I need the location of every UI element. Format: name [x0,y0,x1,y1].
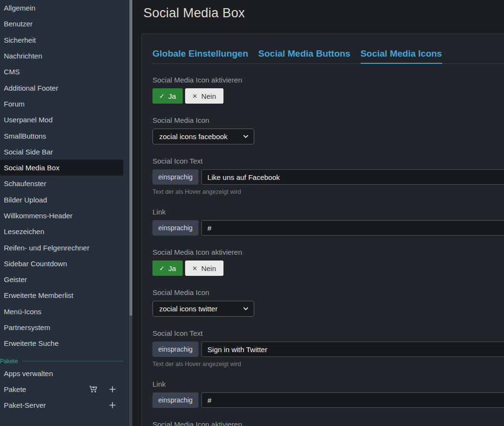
sidebar-item-label: Partnersystem [4,323,50,331]
language-badge[interactable]: einsprachig [152,392,199,408]
field-link-1: Link einsprachig [152,208,504,236]
sidebar-item-actions [89,402,117,409]
field-help-text: Text der als Hover angezeigt wird [152,189,504,195]
sidebar-item[interactable]: Allgemein [0,0,123,16]
link-input[interactable] [201,220,504,236]
sidebar-item[interactable]: Social Side Bar [0,144,123,160]
sidebar-item[interactable]: Social Media Box [0,160,123,176]
sidebar-item-label: Paket-Server [4,401,46,409]
sidebar-item-pakete[interactable]: Pakete [0,381,123,397]
i18n-input-row: einsprachig [152,169,504,185]
field-label: Social Media Icon [152,288,504,296]
field-label: Social Media Icon [152,116,504,124]
sidebar-item-label: Willkommens-Header [4,212,72,220]
sidebar-item[interactable]: Sidebar Countdown [0,256,123,272]
field-enable-icon-2: Social Media Icon aktivieren ✓ Ja ✕ Nein [152,248,504,276]
sidebar-item-label: SmallButtons [4,132,46,140]
field-enable-icon-1: Social Media Icon aktivieren ✓ Ja ✕ Nein [152,76,504,104]
link-input[interactable] [201,392,504,408]
sidebar-item[interactable]: Schaufenster [0,176,123,191]
sidebar-item-paket-server[interactable]: Paket-Server [0,397,123,413]
icon-text-input[interactable] [201,342,504,357]
x-icon: ✕ [192,265,198,272]
i18n-input-row: einsprachig [152,392,504,408]
sidebar-item-label: Geister [4,275,27,284]
chevron-down-icon [243,307,248,310]
sidebar-item-label: Social Media Box [4,164,59,172]
yes-button-label: Ja [168,92,176,100]
sidebar-item-label: Apps verwalten [4,369,53,378]
yes-button[interactable]: ✓ Ja [152,88,183,104]
i18n-input-row: einsprachig [152,342,504,357]
sidebar-item[interactable]: Geister [0,272,123,287]
sidebar-item-label: Menü-Icons [4,308,41,316]
sidebar-item[interactable]: Benutzer [0,16,123,32]
sidebar-item[interactable]: Partnersystem [0,320,123,335]
cart-icon[interactable] [89,385,97,393]
sidebar-item[interactable]: Bilder Upload [0,192,123,208]
tab-globale-einstellungen[interactable]: Globale Einstellungen [152,48,248,63]
sidebar-item[interactable]: Additional Footer [0,80,123,95]
sidebar-item-label: Lesezeichen [4,227,44,236]
sidebar-item[interactable]: Forum [0,96,123,112]
social-media-icon-select[interactable]: zocial icons twitter [152,301,254,317]
chevron-down-icon [243,135,248,138]
yes-button-label: Ja [168,264,176,272]
sidebar-item-label: Schaufenster [4,179,46,188]
language-badge[interactable]: einsprachig [152,220,199,236]
language-badge[interactable]: einsprachig [152,342,199,357]
sidebar-item-label: Benutzer [4,20,33,28]
sidebar-item[interactable]: Willkommens-Header [0,208,123,224]
field-label: Link [152,208,504,216]
icon-settings-form: Social Media Icon aktivieren ✓ Ja ✕ Nein… [152,76,504,426]
sidebar-item-label: Allgemein [4,4,35,12]
sidebar-item[interactable]: Erweiterte Suche [0,335,123,351]
sidebar-scrollbar-track[interactable] [129,0,132,426]
sidebar-item-label: Sicherheit [4,36,36,44]
yes-no-toggle: ✓ Ja ✕ Nein [152,88,504,104]
sidebar-item-label: Sidebar Countdown [4,260,67,268]
field-help-text: Text der als Hover angezeigt wird [152,361,504,367]
plus-icon[interactable] [108,386,117,393]
plus-icon[interactable] [108,402,117,409]
no-button[interactable]: ✕ Nein [185,88,223,104]
sidebar-item-apps-verwalten[interactable]: Apps verwalten [0,366,123,381]
social-media-icon-select[interactable]: zocial icons facebook [152,129,254,144]
sidebar-item[interactable]: Nachrichten [0,48,123,64]
sidebar-item[interactable]: Reifen- und Felgenrechner [0,239,123,255]
i18n-input-row: einsprachig [152,220,504,236]
sidebar-item[interactable]: CMS [0,64,123,80]
sidebar-item[interactable]: Erweiterte Memberlist [0,287,123,303]
no-button[interactable]: ✕ Nein [185,260,223,276]
sidebar-item-label: Bilder Upload [4,196,47,204]
sidebar-nav: Allgemein Benutzer Sicherheit Nachrichte… [0,0,129,413]
field-enable-icon-3: Social Media Icon aktivieren ✓ Ja ✕ Nein [152,420,504,426]
icon-text-input[interactable] [201,169,504,185]
sidebar-item[interactable]: Sicherheit [0,32,123,48]
language-badge[interactable]: einsprachig [152,169,199,185]
sidebar-item-label: Social Side Bar [4,148,53,156]
sidebar-item[interactable]: Menü-Icons [0,304,123,320]
yes-button[interactable]: ✓ Ja [152,260,183,276]
no-button-label: Nein [201,92,216,100]
field-label: Social Icon Text [152,157,504,165]
tab-social-media-icons[interactable]: Social Media Icons [361,48,442,63]
field-label: Social Media Icon aktivieren [152,248,504,256]
sidebar-item-label: Reifen- und Felgenrechner [4,244,89,252]
sidebar-item-label: Nachrichten [4,52,42,60]
sidebar-item-label: CMS [4,68,20,76]
sidebar-item[interactable]: Userpanel Mod [0,112,123,128]
sidebar: Allgemein Benutzer Sicherheit Nachrichte… [0,0,129,426]
sidebar-item-label: Additional Footer [4,84,58,92]
field-link-2: Link einsprachig [152,380,504,408]
check-icon: ✓ [159,265,164,272]
sidebar-item[interactable]: Lesezeichen [0,224,123,239]
sidebar-item[interactable]: SmallButtons [0,128,123,143]
sidebar-item-list: Allgemein Benutzer Sicherheit Nachrichte… [0,0,129,352]
tab-bar: Globale Einstellungen Social Media Butto… [152,48,504,64]
tab-social-media-buttons[interactable]: Social Media Buttons [258,48,351,63]
field-label: Social Media Icon aktivieren [152,420,504,426]
sidebar-section-pakete: Pakete [0,358,123,365]
select-value: zocial icons facebook [159,132,228,141]
yes-no-toggle: ✓ Ja ✕ Nein [152,260,504,276]
